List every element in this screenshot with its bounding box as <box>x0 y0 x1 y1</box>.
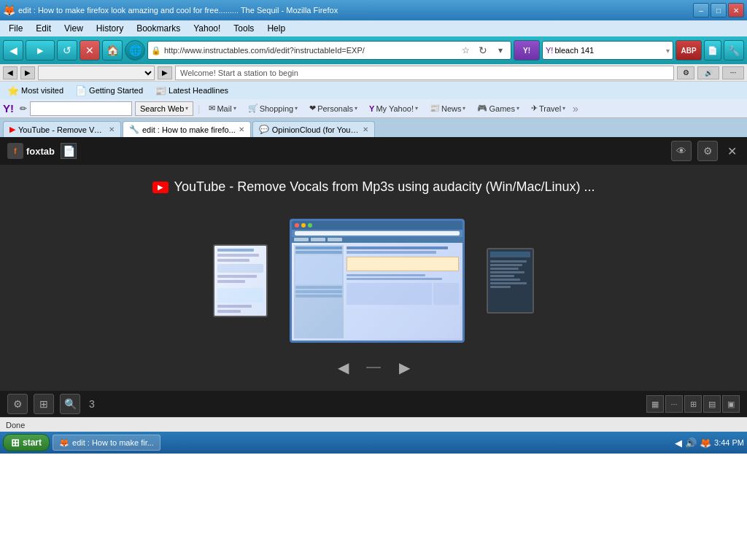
view-btn-3[interactable]: ⊞ <box>684 395 702 413</box>
tab-instructables-close[interactable]: ✕ <box>239 125 244 133</box>
yahoo-icon-btn: Y! <box>514 40 540 61</box>
bookmark-getting-started[interactable]: 📄 Getting Started <box>71 84 147 98</box>
yahoo-shopping-btn[interactable]: 🛒 Shopping ▾ <box>244 102 303 114</box>
yahoo-search-dropdown-icon[interactable]: ▾ <box>185 105 188 112</box>
security-icon: 🔒 <box>151 46 161 55</box>
minimize-button[interactable]: – <box>693 3 709 18</box>
thumbnails-container <box>213 217 534 344</box>
tab-youtube-close[interactable]: ✕ <box>109 125 115 133</box>
foxtab-page-btn[interactable]: 📄 <box>61 143 77 159</box>
bookmark-most-visited[interactable]: ⭐ Most visited <box>3 84 68 98</box>
tab-youtube[interactable]: ▶ YouTube - Remove Vocals fr... ✕ <box>3 121 121 137</box>
foxtab-bar: f foxtab 📄 👁 ⚙ ✕ <box>0 137 747 165</box>
yahoo-mail-btn[interactable]: ✉ Mail ▾ <box>204 102 240 114</box>
yahoo-search-button[interactable]: Search Web ▾ <box>135 101 193 116</box>
news-dropdown-icon[interactable]: ▾ <box>462 105 465 112</box>
systray-firefox-icon[interactable]: 🦊 <box>700 438 711 448</box>
menu-edit[interactable]: Edit <box>30 22 57 35</box>
foxtab-gear-btn[interactable]: ⚙ <box>697 141 718 161</box>
yahoo-edit-icon[interactable]: ✏ <box>20 104 27 114</box>
menu-yahoo[interactable]: Yahoo! <box>187 22 226 35</box>
mail-icon: ✉ <box>209 104 215 113</box>
next-arrow-button[interactable]: ▶ <box>395 359 413 376</box>
dropdown-arrow-icon[interactable]: ▾ <box>493 43 508 58</box>
page-info-button[interactable]: 📄 <box>704 40 721 61</box>
menu-help[interactable]: Help <box>261 22 291 35</box>
radio-volume-btn[interactable]: 🔊 <box>697 66 719 79</box>
adblock-button[interactable]: ABP <box>676 40 702 61</box>
tools-button[interactable]: 🔧 <box>724 40 744 61</box>
tab-instructables[interactable]: 🔧 edit : How to make firefo... ✕ <box>123 121 251 137</box>
stack-btn[interactable]: ⊞ <box>34 394 54 414</box>
thumbnail-main[interactable] <box>290 219 465 343</box>
games-dropdown-icon[interactable]: ▾ <box>516 105 519 112</box>
bookmark-star-icon[interactable]: ☆ <box>458 43 473 58</box>
restore-button[interactable]: □ <box>711 3 727 18</box>
systray-show-icon[interactable]: ◀ <box>675 438 682 448</box>
tab-opinioncloud-close[interactable]: ✕ <box>363 125 368 133</box>
search-btn[interactable]: 🔍 <box>60 394 80 414</box>
thumbnail-left[interactable] <box>213 244 268 317</box>
personals-dropdown-icon[interactable]: ▾ <box>355 105 357 112</box>
thumbnail-main-content <box>292 221 462 341</box>
menu-view[interactable]: View <box>58 22 89 35</box>
yahoo-news-btn[interactable]: 📰 News ▾ <box>425 102 471 114</box>
games-icon: 🎮 <box>477 104 487 113</box>
radio-settings-btn[interactable]: ⚙ <box>677 66 694 79</box>
start-button[interactable]: ⊞ start <box>3 434 50 451</box>
myyahoo-dropdown-icon[interactable]: ▾ <box>415 105 418 112</box>
settings-btn[interactable]: ⚙ <box>7 394 28 414</box>
radio-station-select[interactable] <box>38 66 155 80</box>
search-dropdown-icon[interactable]: ▾ <box>666 47 670 55</box>
bottom-toolbar: ⚙ ⊞ 🔍 3 ▦ ··· ⊞ ▤ ▣ <box>0 391 747 417</box>
view-btn-2[interactable]: ··· <box>665 395 683 413</box>
thumbnail-right[interactable] <box>487 248 534 314</box>
taskbar-window-label: edit : How to make fir... <box>72 438 154 447</box>
view-btn-4[interactable]: ▤ <box>703 395 721 413</box>
taskbar-active-window[interactable]: 🦊 edit : How to make fir... <box>53 435 160 451</box>
travel-dropdown-icon[interactable]: ▾ <box>562 105 565 112</box>
close-button[interactable]: ✕ <box>728 3 744 18</box>
menu-tools[interactable]: Tools <box>228 22 260 35</box>
refresh-small-icon[interactable]: ↻ <box>476 43 490 58</box>
yahoo-search-input[interactable] <box>30 101 132 116</box>
home-button[interactable]: 🏠 <box>102 40 123 61</box>
foxtab-close-btn[interactable]: ✕ <box>724 143 740 159</box>
forward-button[interactable]: ▶ <box>26 40 55 61</box>
tab-opinioncloud[interactable]: 💬 OpinionCloud (for YouTube) ... ✕ <box>252 121 375 137</box>
bookmark-latest-headlines[interactable]: 📰 Latest Headlines <box>150 84 233 98</box>
main-content-area: ▶ YouTube - Remove Vocals from Mp3s usin… <box>0 165 747 391</box>
view-btn-5[interactable]: ▣ <box>722 395 740 413</box>
yahoo-logo: Y! <box>3 102 14 114</box>
title-bar: 🦊 edit : How to make firefox look amazin… <box>0 0 747 20</box>
view-btn-1[interactable]: ▦ <box>646 395 664 413</box>
foxtab-eye-btn[interactable]: 👁 <box>671 141 692 161</box>
yahoo-games-btn[interactable]: 🎮 Games ▾ <box>473 102 523 114</box>
menu-file[interactable]: File <box>3 22 28 35</box>
yahoo-nav-btn[interactable]: Y! <box>514 40 540 61</box>
mail-dropdown-icon[interactable]: ▾ <box>233 105 236 112</box>
foxtab-button[interactable]: 🌐 <box>125 40 145 61</box>
back-button[interactable]: ◀ <box>3 40 23 61</box>
shopping-dropdown-icon[interactable]: ▾ <box>295 105 298 112</box>
address-bar-container: 🔒 ☆ ↻ ▾ <box>147 41 511 60</box>
status-text: Done <box>6 421 25 429</box>
yahoo-more-btn[interactable]: » <box>573 103 578 114</box>
radio-next-btn[interactable]: ▶ <box>20 66 35 79</box>
reload-button[interactable]: ↺ <box>57 40 77 61</box>
prev-arrow-button[interactable]: ◀ <box>334 359 352 376</box>
menu-history[interactable]: History <box>90 22 129 35</box>
systray-network-icon[interactable]: 🔊 <box>685 438 697 448</box>
address-input[interactable] <box>164 46 455 55</box>
foxtab-icon: f <box>7 143 23 159</box>
yahoo-travel-btn[interactable]: ✈ Travel ▾ <box>527 102 570 114</box>
yahoo-myyahoo-btn[interactable]: Y My Yahoo! ▾ <box>365 103 422 114</box>
search-input[interactable] <box>554 46 665 55</box>
radio-play-btn[interactable]: ▶ <box>158 66 172 79</box>
radio-prev-btn[interactable]: ◀ <box>3 66 18 79</box>
menu-bookmarks[interactable]: Bookmarks <box>131 22 186 35</box>
stop-button[interactable]: ✕ <box>80 40 100 61</box>
radio-extra-btn[interactable]: ··· <box>722 66 744 79</box>
start-label: start <box>23 438 42 448</box>
yahoo-personals-btn[interactable]: ❤ Personals ▾ <box>305 102 362 114</box>
